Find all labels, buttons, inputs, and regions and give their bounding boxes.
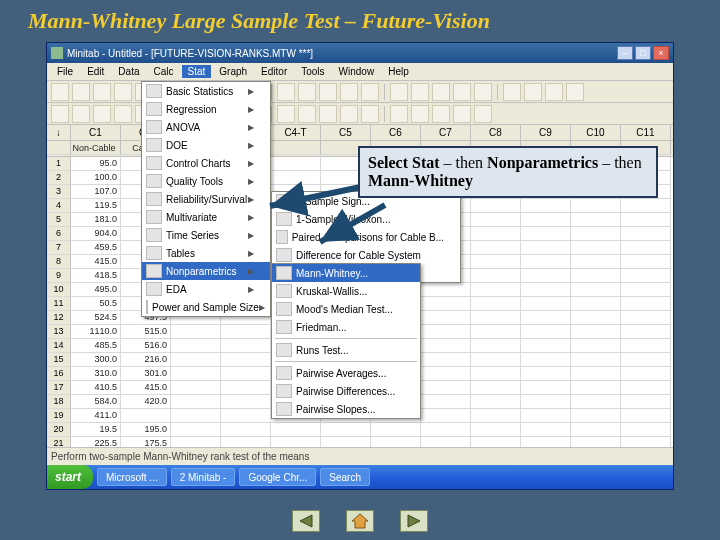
- maximize-button[interactable]: □: [635, 46, 651, 60]
- cell[interactable]: [571, 213, 621, 227]
- cell[interactable]: [571, 297, 621, 311]
- cell[interactable]: [221, 353, 271, 367]
- cell[interactable]: 515.0: [121, 325, 171, 339]
- cell[interactable]: [571, 339, 621, 353]
- nav-home-button[interactable]: [346, 510, 374, 532]
- cell[interactable]: [471, 395, 521, 409]
- cell[interactable]: [221, 395, 271, 409]
- cell[interactable]: [571, 227, 621, 241]
- cell[interactable]: [471, 423, 521, 437]
- cell[interactable]: 420.0: [121, 395, 171, 409]
- cell[interactable]: 181.0: [71, 213, 121, 227]
- cell[interactable]: [421, 395, 471, 409]
- toolbar-button[interactable]: [566, 83, 584, 101]
- cell[interactable]: [621, 213, 671, 227]
- cell[interactable]: [171, 423, 221, 437]
- stat-menu-item[interactable]: ANOVA▶: [142, 118, 270, 136]
- cell[interactable]: [571, 311, 621, 325]
- toolbar-button[interactable]: [298, 105, 316, 123]
- cell[interactable]: [621, 325, 671, 339]
- cell[interactable]: [621, 311, 671, 325]
- cell[interactable]: [571, 437, 621, 447]
- taskbar-button[interactable]: Google Chr...: [239, 468, 316, 486]
- taskbar-button[interactable]: 2 Minitab -: [171, 468, 236, 486]
- toolbar-button[interactable]: [411, 83, 429, 101]
- toolbar-button[interactable]: [277, 83, 295, 101]
- cell[interactable]: [271, 423, 321, 437]
- cell[interactable]: 119.5: [71, 199, 121, 213]
- toolbar-button[interactable]: [432, 83, 450, 101]
- toolbar-button[interactable]: [114, 83, 132, 101]
- cell[interactable]: [521, 311, 571, 325]
- row-header[interactable]: 18: [47, 395, 71, 409]
- cell[interactable]: 485.5: [71, 339, 121, 353]
- cell[interactable]: [471, 381, 521, 395]
- cell[interactable]: [521, 227, 571, 241]
- row-header[interactable]: 13: [47, 325, 71, 339]
- toolbar-button[interactable]: [361, 83, 379, 101]
- cell[interactable]: [471, 255, 521, 269]
- toolbar-button[interactable]: [340, 105, 358, 123]
- menu-calc[interactable]: Calc: [147, 65, 179, 78]
- cell[interactable]: 411.0: [71, 409, 121, 423]
- cell[interactable]: [421, 297, 471, 311]
- cell[interactable]: 216.0: [121, 353, 171, 367]
- cell[interactable]: [171, 409, 221, 423]
- menu-window[interactable]: Window: [333, 65, 381, 78]
- stat-menu-item[interactable]: Time Series▶: [142, 226, 270, 244]
- cell[interactable]: [521, 381, 571, 395]
- cell[interactable]: [421, 311, 471, 325]
- menu-graph[interactable]: Graph: [213, 65, 253, 78]
- cell[interactable]: [471, 339, 521, 353]
- column-header[interactable]: C11: [621, 125, 671, 140]
- cell[interactable]: [571, 367, 621, 381]
- cell[interactable]: [621, 381, 671, 395]
- row-header[interactable]: 7: [47, 241, 71, 255]
- toolbar-button[interactable]: [503, 83, 521, 101]
- toolbar-button[interactable]: [72, 105, 90, 123]
- cell[interactable]: [271, 437, 321, 447]
- cell[interactable]: [621, 241, 671, 255]
- cell[interactable]: [521, 199, 571, 213]
- nav-prev-button[interactable]: [292, 510, 320, 532]
- row-header[interactable]: 2: [47, 171, 71, 185]
- menu-file[interactable]: File: [51, 65, 79, 78]
- row-header[interactable]: 8: [47, 255, 71, 269]
- cell[interactable]: [571, 423, 621, 437]
- row-header[interactable]: 19: [47, 409, 71, 423]
- cell[interactable]: [521, 423, 571, 437]
- toolbar-button[interactable]: [114, 105, 132, 123]
- row-header[interactable]: 20: [47, 423, 71, 437]
- cell[interactable]: 904.0: [71, 227, 121, 241]
- cell[interactable]: 415.0: [121, 381, 171, 395]
- row-header[interactable]: 12: [47, 311, 71, 325]
- menu-edit[interactable]: Edit: [81, 65, 110, 78]
- cell[interactable]: [571, 283, 621, 297]
- cell[interactable]: 225.5: [71, 437, 121, 447]
- row-header[interactable]: 6: [47, 227, 71, 241]
- row-header[interactable]: 15: [47, 353, 71, 367]
- cell[interactable]: 301.0: [121, 367, 171, 381]
- cell[interactable]: [321, 423, 371, 437]
- toolbar-button[interactable]: [93, 83, 111, 101]
- cell[interactable]: 195.0: [121, 423, 171, 437]
- cell[interactable]: 100.0: [71, 171, 121, 185]
- cell[interactable]: [521, 269, 571, 283]
- stat-menu-item[interactable]: Nonparametrics▶: [142, 262, 270, 280]
- cell[interactable]: [471, 213, 521, 227]
- cell[interactable]: [471, 311, 521, 325]
- nav-next-button[interactable]: [400, 510, 428, 532]
- cell[interactable]: [621, 409, 671, 423]
- start-button[interactable]: start: [47, 465, 93, 489]
- column-header[interactable]: C6: [371, 125, 421, 140]
- cell[interactable]: 1110.0: [71, 325, 121, 339]
- taskbar-button[interactable]: Search: [320, 468, 370, 486]
- cell[interactable]: [571, 199, 621, 213]
- cell[interactable]: [621, 255, 671, 269]
- column-header[interactable]: C5: [321, 125, 371, 140]
- cell[interactable]: [171, 395, 221, 409]
- cell[interactable]: [421, 423, 471, 437]
- cell[interactable]: [221, 367, 271, 381]
- toolbar-button[interactable]: [545, 83, 563, 101]
- cell[interactable]: [621, 297, 671, 311]
